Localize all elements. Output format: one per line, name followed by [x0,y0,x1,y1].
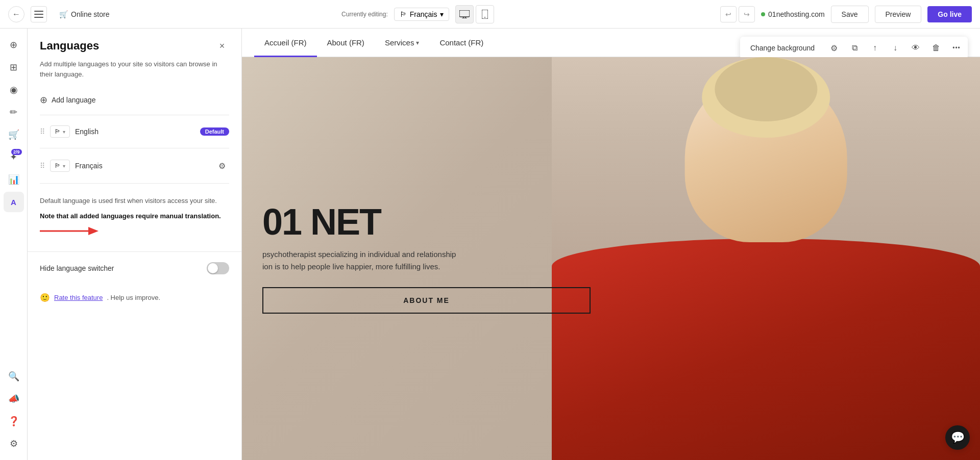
hide-switcher-row: Hide language switcher [28,251,241,285]
store-icon: 🛒 [8,129,19,140]
chat-bubble-button[interactable]: 💬 [945,425,970,450]
analytics-button[interactable]: 📊 [4,169,24,190]
canvas-area: Accueil (FR) About (FR) Services ▾ Conta… [242,29,980,460]
english-flag-button[interactable]: 🏳 ▾ [50,125,70,138]
copy-icon: ⧉ [852,43,857,53]
site-status: 01nethosting.com [761,10,825,18]
apps-badge: 2/9 [11,149,22,155]
go-live-button[interactable]: Go live [927,6,972,22]
sidebar-toggle-button[interactable] [31,6,47,22]
hero-section: 01 NET psychotherapist specializing in i… [242,57,980,460]
francais-language-name: Français [75,162,210,170]
panel-title: Languages [40,39,99,53]
mobile-view-button[interactable] [476,5,494,23]
drag-handle-francais[interactable]: ⠿ [40,162,45,170]
topbar: ← 🛒 Online store Currently editing: 🏳 Fr… [0,0,980,29]
services-chevron-icon: ▾ [416,39,419,46]
panel-note-bold: Note that all added languages require ma… [40,211,229,221]
svg-rect-2 [34,17,43,18]
panel-note-section: Default language is used first when visi… [28,188,241,221]
hide-switcher-toggle[interactable] [207,262,229,274]
language-divider-2 [40,148,229,148]
hero-description: psychotherapist specializing in individu… [262,248,456,273]
languages-panel: Languages × Add multiple languages to yo… [28,29,242,460]
online-store-button[interactable]: 🛒 Online store [53,7,115,21]
nav-item-about[interactable]: About (FR) [317,29,375,57]
language-selector[interactable]: 🏳 Français ▾ [394,8,450,21]
hero-content: 01 NET psychotherapist specializing in i… [242,57,611,460]
trash-icon: 🗑 [932,43,940,53]
delete-section-button[interactable]: 🗑 [927,39,945,57]
hide-section-button[interactable]: 👁 [906,39,925,57]
chevron-down-icon: ▾ [63,129,65,135]
gear-icon: ⚙ [218,161,226,171]
panel-header: Languages × [28,29,241,59]
rate-feature-link[interactable]: Rate this feature [54,294,103,301]
undo-button[interactable]: ↩ [720,6,737,22]
panel-description: Add multiple languages to your site so v… [28,59,241,89]
svg-rect-0 [34,11,43,12]
edit-button[interactable]: ✏ [4,102,24,122]
nav-item-accueil[interactable]: Accueil (FR) [254,29,317,57]
close-panel-button[interactable]: × [215,39,229,53]
default-badge: Default [200,127,229,136]
settings-button[interactable]: ⚙ [4,433,24,454]
gear-icon: ⚙ [830,43,838,53]
marketing-button[interactable]: 📣 [4,389,24,409]
translate-button[interactable]: A [4,192,24,212]
icon-sidebar: ⊕ ⊞ ◉ ✏ 🛒 ✦ 2/9 📊 A 🔍 📣 ❓ [0,29,28,460]
apps-button[interactable]: ✦ 2/9 [4,147,24,167]
device-switcher [455,5,494,23]
pages-button[interactable]: ⊞ [4,57,24,78]
copy-section-button[interactable]: ⧉ [845,39,864,57]
redo-button[interactable]: ↪ [739,6,755,22]
svg-marker-10 [88,227,99,235]
svg-rect-1 [34,14,43,15]
cart-icon: 🛒 [59,10,68,18]
panel-note: Default language is used first when visi… [40,196,229,206]
red-arrow-annotation [40,225,101,237]
nav-item-services[interactable]: Services ▾ [375,29,430,57]
analytics-icon: 📊 [8,174,19,185]
drag-handle-english[interactable]: ⠿ [40,127,45,136]
english-language-name: English [75,127,195,136]
save-button[interactable]: Save [831,6,869,23]
marketing-icon: 📣 [8,393,19,404]
language-item-francais: ⠿ 🏳 ▾ Français ⚙ [28,152,241,179]
currently-editing-label: Currently editing: [341,11,388,18]
svg-rect-3 [459,10,470,17]
svg-point-8 [484,17,485,18]
eye-icon: 👁 [912,43,920,53]
desktop-view-button[interactable] [455,5,474,23]
nav-item-contact[interactable]: Contact (FR) [429,29,494,57]
more-options-button[interactable]: ••• [947,39,966,57]
rate-section: 🙂 Rate this feature . Help us improve. [28,285,241,311]
section-settings-button[interactable]: ⚙ [825,39,843,57]
hero-background: 01 NET psychotherapist specializing in i… [242,57,980,460]
help-button[interactable]: ❓ [4,411,24,431]
francais-flag-button[interactable]: 🏳 ▾ [50,160,70,172]
chevron-down-icon: ▾ [440,10,444,18]
move-down-button[interactable]: ↓ [886,39,904,57]
back-button[interactable]: ← [8,6,24,22]
annotation-arrow-container [28,221,241,243]
help-icon: ❓ [8,416,19,427]
settings-icon: ⚙ [10,438,18,449]
hero-image [552,57,980,460]
more-icon: ••• [952,44,961,52]
themes-button[interactable]: ◉ [4,80,24,100]
language-divider-3 [40,183,229,184]
up-arrow-icon: ↑ [873,43,877,53]
search-button[interactable]: 🔍 [4,366,24,387]
francais-settings-button[interactable]: ⚙ [215,159,229,173]
language-divider [40,115,229,115]
preview-button[interactable]: Preview [875,6,922,23]
add-language-button[interactable]: ⊕ Add language [40,89,95,111]
store-button[interactable]: 🛒 [4,124,24,145]
about-me-button[interactable]: ABOUT ME [262,287,591,314]
move-up-button[interactable]: ↑ [866,39,884,57]
english-flag-icon: 🏳 [55,128,61,135]
change-background-button[interactable]: Change background [742,40,823,56]
add-section-button[interactable]: ⊕ [4,35,24,55]
add-language-section: ⊕ Add language [28,89,241,111]
